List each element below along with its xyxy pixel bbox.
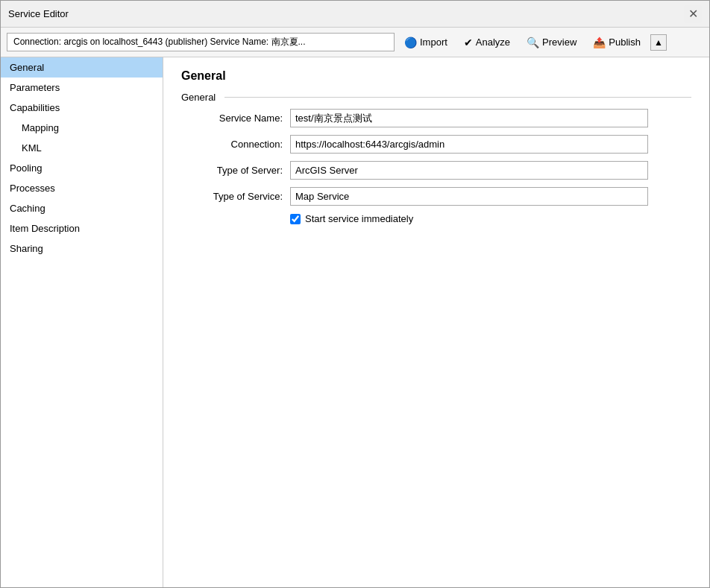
connection-input[interactable]	[290, 135, 648, 154]
section-title: General	[181, 69, 691, 83]
sidebar-item-kml[interactable]: KML	[1, 138, 163, 158]
sidebar-item-capabilities[interactable]: Capabilities	[1, 98, 163, 118]
type-of-service-input[interactable]	[290, 187, 648, 206]
collapse-button[interactable]: ▲	[650, 34, 667, 51]
analyze-icon: ✔	[464, 37, 473, 48]
type-of-server-input[interactable]	[290, 161, 648, 180]
sidebar-item-item-description[interactable]: Item Description	[1, 218, 163, 238]
sidebar-item-parameters[interactable]: Parameters	[1, 78, 163, 98]
sidebar-item-sharing[interactable]: Sharing	[1, 238, 163, 259]
service-name-input[interactable]	[290, 109, 648, 127]
connection-info: Connection: arcgis on localhost_6443 (pu…	[7, 33, 395, 51]
analyze-label: Analyze	[476, 37, 510, 48]
sidebar: General Parameters Capabilities Mapping …	[1, 57, 163, 587]
preview-label: Preview	[542, 37, 577, 48]
type-of-service-label: Type of Service:	[193, 191, 290, 202]
type-of-service-row: Type of Service:	[181, 187, 691, 206]
preview-button[interactable]: 🔍 Preview	[520, 34, 583, 51]
group-label: General	[181, 92, 691, 103]
type-of-server-row: Type of Server:	[181, 161, 691, 180]
service-name-label: Service Name:	[193, 113, 290, 124]
type-of-server-label: Type of Server:	[193, 165, 290, 176]
main-content: General General Service Name: Connection…	[163, 57, 709, 587]
connection-row: Connection:	[181, 135, 691, 154]
preview-icon: 🔍	[527, 37, 539, 48]
publish-label: Publish	[609, 37, 641, 48]
import-button[interactable]: 🔵 Import	[398, 34, 454, 51]
sidebar-item-processes[interactable]: Processes	[1, 178, 163, 198]
publish-icon: 📤	[593, 37, 606, 48]
service-name-row: Service Name:	[181, 109, 691, 127]
analyze-button[interactable]: ✔ Analyze	[457, 34, 517, 51]
sidebar-item-general[interactable]: General	[1, 57, 163, 78]
start-service-label[interactable]: Start service immediately	[305, 213, 413, 224]
connection-label: Connection:	[193, 139, 290, 150]
title-bar-left: Service Editor	[8, 8, 69, 19]
import-label: Import	[420, 37, 447, 48]
service-editor-window: Service Editor ✕ Connection: arcgis on l…	[0, 0, 710, 588]
sidebar-item-pooling[interactable]: Pooling	[1, 158, 163, 178]
publish-button[interactable]: 📤 Publish	[586, 34, 647, 51]
title-bar: Service Editor ✕	[1, 1, 709, 28]
sidebar-item-caching[interactable]: Caching	[1, 198, 163, 218]
window-title: Service Editor	[8, 8, 69, 19]
content-area: General Parameters Capabilities Mapping …	[1, 57, 709, 587]
start-service-row: Start service immediately	[181, 213, 691, 224]
sidebar-item-mapping[interactable]: Mapping	[1, 118, 163, 138]
toolbar: Connection: arcgis on localhost_6443 (pu…	[1, 28, 709, 57]
close-button[interactable]: ✕	[684, 5, 702, 23]
start-service-checkbox[interactable]	[290, 214, 301, 224]
import-icon: 🔵	[404, 37, 417, 48]
